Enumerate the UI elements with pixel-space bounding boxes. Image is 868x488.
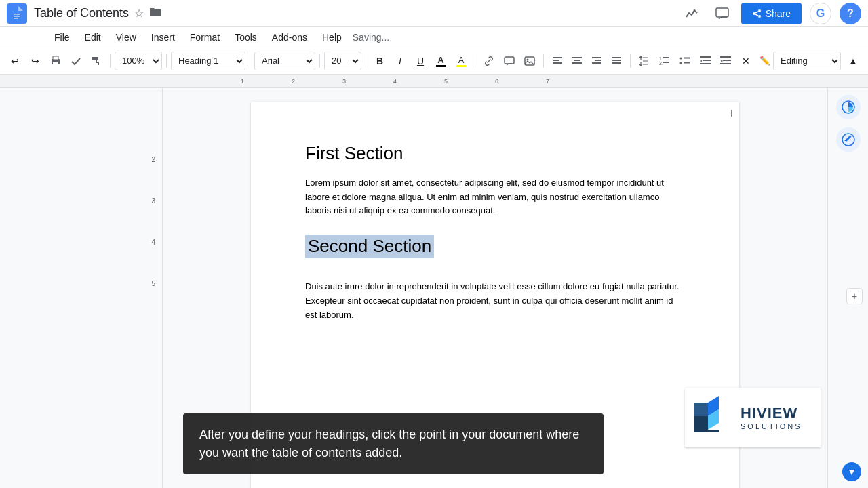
decrease-indent-button[interactable] <box>696 52 715 70</box>
expand-button[interactable]: ▲ <box>844 52 863 70</box>
section2-heading-wrapper: Second Section <box>305 235 685 269</box>
menu-view[interactable]: View <box>109 29 143 45</box>
underline-button[interactable]: U <box>411 52 430 70</box>
font-select[interactable]: Arial <box>254 52 315 70</box>
menu-file[interactable]: File <box>47 29 77 45</box>
menu-tools[interactable]: Tools <box>228 29 264 45</box>
section1-heading[interactable]: First Section <box>305 142 685 165</box>
align-group <box>548 52 626 70</box>
star-icon[interactable]: ☆ <box>134 7 144 20</box>
style-select[interactable]: Heading 1 Normal text Heading 2 <box>171 52 245 70</box>
svg-point-4 <box>758 9 761 12</box>
svg-point-6 <box>758 15 761 18</box>
redo-button[interactable]: ↪ <box>26 52 45 70</box>
logo-icon <box>693 396 734 439</box>
section2-heading[interactable]: Second Section <box>305 235 434 258</box>
divider-3 <box>250 54 250 68</box>
doc-title[interactable]: Table of Contents <box>34 6 129 20</box>
svg-rect-17 <box>553 62 562 64</box>
help-icon[interactable]: ? <box>840 3 861 24</box>
logo-sub: SOLUTIONS <box>741 422 802 430</box>
image-button[interactable] <box>520 52 539 70</box>
clear-formatting-button[interactable]: ✕ <box>736 52 755 70</box>
section2-body[interactable]: Duis aute irure dolor in reprehenderit i… <box>305 280 685 322</box>
ruler-mark: 6 <box>471 78 522 85</box>
text-color-button[interactable]: A <box>431 52 450 70</box>
ruler-mark: 5 <box>420 78 471 85</box>
editing-mode-select[interactable]: Editing Suggesting Viewing <box>773 52 841 70</box>
svg-rect-10 <box>53 56 58 60</box>
menu-format[interactable]: Format <box>183 29 226 45</box>
tooltip-text: After you define your headings, click th… <box>199 428 579 460</box>
svg-rect-12 <box>505 57 514 64</box>
bold-button[interactable]: B <box>370 52 389 70</box>
highlight-button[interactable]: A <box>452 52 471 70</box>
bullet-list-button[interactable] <box>675 52 694 70</box>
folder-icon[interactable] <box>149 7 161 20</box>
comment-icon[interactable] <box>711 3 733 24</box>
svg-rect-3 <box>716 8 728 17</box>
sidebar-numbers: 2 3 4 5 <box>151 88 155 287</box>
svg-rect-11 <box>53 62 58 65</box>
align-left-button[interactable] <box>548 52 567 70</box>
right-sidebar: + HIVIEW SOLUTIONS <box>827 88 868 488</box>
comment-toolbar-button[interactable] <box>500 52 519 70</box>
toolbar: ↩ ↪ 100% Heading 1 Normal text Heading 2… <box>0 47 868 75</box>
link-button[interactable] <box>479 52 498 70</box>
increase-indent-button[interactable] <box>716 52 735 70</box>
undo-button[interactable]: ↩ <box>5 52 24 70</box>
italic-button[interactable]: I <box>391 52 410 70</box>
svg-rect-16 <box>553 60 559 61</box>
paint-format-button[interactable] <box>87 52 106 70</box>
svg-rect-19 <box>574 60 580 61</box>
divider-6 <box>475 54 475 68</box>
font-size-select[interactable]: 20 <box>324 52 361 70</box>
menu-addons[interactable]: Add-ons <box>265 29 314 45</box>
divider-5 <box>366 54 366 68</box>
menu-help[interactable]: Help <box>315 29 349 45</box>
spellcheck-button[interactable] <box>66 52 85 70</box>
svg-rect-36 <box>703 60 711 61</box>
title-icons: ☆ <box>134 7 161 20</box>
svg-line-7 <box>755 12 758 13</box>
section1-body[interactable]: Lorem ipsum dolor sit amet, consectetur … <box>305 176 685 218</box>
cursor-indicator: | <box>730 108 732 117</box>
toolbar-right: ✏️ Editing Suggesting Viewing ▲ <box>760 52 863 70</box>
ruler-mark: 3 <box>319 78 370 85</box>
svg-rect-44 <box>694 403 708 416</box>
ruler-mark: 7 <box>522 78 573 85</box>
google-icon[interactable]: G <box>810 3 831 24</box>
ruler-mark: 2 <box>268 78 319 85</box>
svg-rect-1 <box>14 16 20 17</box>
svg-rect-23 <box>592 62 601 64</box>
align-justify-button[interactable] <box>607 52 626 70</box>
section-marker[interactable]: + <box>846 288 863 304</box>
sidebar-num-2: 2 <box>151 156 155 163</box>
svg-point-5 <box>753 12 755 15</box>
tooltip-overlay: After you define your headings, click th… <box>183 413 604 474</box>
print-button[interactable] <box>46 52 65 70</box>
menu-insert[interactable]: Insert <box>144 29 182 45</box>
align-right-button[interactable] <box>587 52 606 70</box>
sidebar-edit-icon[interactable] <box>836 127 861 152</box>
menu-edit[interactable]: Edit <box>78 29 108 45</box>
svg-rect-24 <box>612 57 621 58</box>
line-spacing-button[interactable] <box>635 52 654 70</box>
align-center-button[interactable] <box>568 52 587 70</box>
activity-icon[interactable] <box>682 3 703 24</box>
title-area: Table of Contents ☆ <box>34 6 675 20</box>
sidebar-chart-icon[interactable] <box>836 95 861 119</box>
ruler-mark: 1 <box>217 78 268 85</box>
svg-rect-40 <box>720 63 731 64</box>
numbered-list-button[interactable]: 1. 2. <box>655 52 674 70</box>
saving-status: Saving... <box>353 32 389 43</box>
zoom-select[interactable]: 100% <box>115 52 162 70</box>
share-button[interactable]: Share <box>741 3 802 24</box>
svg-rect-34 <box>684 62 690 63</box>
divider-8 <box>630 54 631 68</box>
left-sidebar: 2 3 4 5 <box>0 88 163 488</box>
divider-7 <box>543 54 544 68</box>
svg-rect-2 <box>14 18 18 19</box>
nav-down-button[interactable]: ▼ <box>842 462 861 481</box>
main-area: 2 3 4 5 | First Section Lorem ipsum dolo… <box>0 88 868 488</box>
